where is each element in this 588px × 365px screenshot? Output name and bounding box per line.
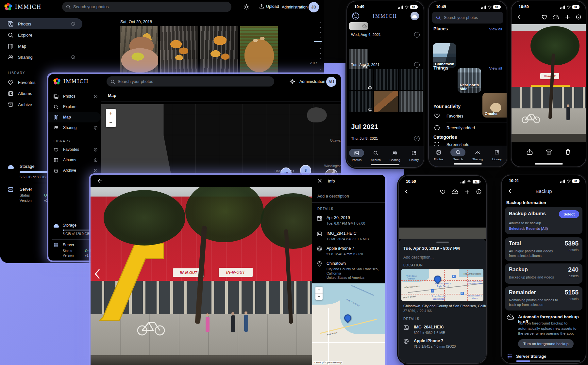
- info-icon[interactable]: [476, 189, 481, 194]
- sidebar-item-explore[interactable]: Explore: [0, 29, 82, 40]
- info-icon[interactable]: [576, 14, 581, 20]
- sidebar-item-explore[interactable]: Explore: [48, 102, 101, 112]
- zoom-in-button[interactable]: +: [106, 109, 116, 118]
- theme-toggle-icon[interactable]: [244, 4, 249, 10]
- info-icon[interactable]: [94, 95, 97, 98]
- photo-thumbnail[interactable]: [399, 91, 423, 112]
- photo-bottom-strip[interactable]: [399, 228, 486, 239]
- sidebar-item-albums[interactable]: Albums: [48, 155, 101, 165]
- sidebar-item-favorites[interactable]: Favorites: [48, 144, 101, 155]
- description-field[interactable]: Add description...: [403, 255, 434, 260]
- zoom-out-button[interactable]: −: [106, 118, 116, 127]
- upload-button[interactable]: Upload: [259, 4, 279, 9]
- detail-file-entry[interactable]: [317, 231, 322, 238]
- favorites-row[interactable]: Favorites: [429, 112, 507, 121]
- description-field[interactable]: Add a description: [317, 194, 349, 198]
- info-icon[interactable]: [71, 55, 75, 59]
- search-input[interactable]: [62, 2, 231, 12]
- photo-thumbnail[interactable]: [399, 69, 423, 90]
- back-icon[interactable]: [508, 188, 513, 194]
- location-minimap[interactable]: San Francisco Bay Street + − Leaflet | ©…: [312, 283, 385, 365]
- profile-icon[interactable]: [352, 12, 360, 20]
- upload-cloud-icon[interactable]: [553, 15, 559, 20]
- sidebar-item-map[interactable]: Map: [0, 40, 82, 52]
- photo-thumbnail[interactable]: [374, 69, 398, 90]
- favorite-icon[interactable]: [440, 189, 445, 195]
- avatar[interactable]: AU: [326, 77, 336, 87]
- turn-on-backup-button[interactable]: Turn on foreground backup: [518, 339, 574, 348]
- back-icon[interactable]: [404, 189, 409, 194]
- select-group-icon[interactable]: ✓: [414, 136, 420, 141]
- detail-location-entry[interactable]: [317, 261, 322, 268]
- add-icon[interactable]: [465, 189, 470, 194]
- upload-cloud-icon[interactable]: [452, 189, 458, 194]
- map-cluster-marker[interactable]: 8: [300, 165, 311, 176]
- search-bar[interactable]: [107, 76, 274, 87]
- photo-thumbnail[interactable]: [349, 69, 373, 90]
- sidebar-item-sharing[interactable]: Sharing: [48, 122, 101, 133]
- info-icon[interactable]: [94, 158, 97, 162]
- nav-library[interactable]: Library: [487, 146, 507, 167]
- select-button[interactable]: Select: [559, 210, 579, 218]
- app-logo[interactable]: IMMICH: [53, 77, 89, 85]
- info-icon[interactable]: [94, 148, 97, 151]
- share-icon[interactable]: [527, 149, 533, 155]
- photo-thumbnail[interactable]: [240, 26, 278, 74]
- back-icon[interactable]: [517, 14, 522, 20]
- add-icon[interactable]: [565, 15, 570, 20]
- theme-toggle-icon[interactable]: [290, 79, 295, 84]
- search-bar[interactable]: [62, 2, 231, 12]
- places-view-all[interactable]: View all: [489, 27, 502, 31]
- photo-thumbnail[interactable]: [349, 91, 373, 112]
- info-icon[interactable]: [94, 126, 97, 130]
- info-icon[interactable]: [71, 22, 75, 26]
- detail-camera-entry[interactable]: [317, 246, 322, 253]
- archive-icon[interactable]: [546, 149, 552, 155]
- nav-library[interactable]: Library: [405, 146, 424, 167]
- nav-photos[interactable]: Photos: [429, 146, 448, 167]
- search-input[interactable]: [107, 76, 274, 87]
- photo-thumbnail[interactable]: [374, 91, 398, 112]
- search-bar[interactable]: [432, 12, 503, 24]
- photo-thumbnail[interactable]: [120, 26, 158, 74]
- scrubber-position-line[interactable]: [314, 41, 322, 42]
- detail-date-entry[interactable]: [317, 215, 322, 222]
- location-map[interactable]: The Embarcadero Hyde Street Harbor Jeffe…: [401, 269, 483, 301]
- photo-thumbnail[interactable]: [160, 26, 198, 74]
- zoom-out-button[interactable]: −: [315, 293, 323, 300]
- map-city-label: Washington: [324, 164, 341, 168]
- sidebar-item-sharing[interactable]: Sharing: [0, 52, 82, 63]
- sidebar-item-map[interactable]: Map: [48, 112, 101, 122]
- select-group-icon[interactable]: ✓: [414, 62, 420, 68]
- sidebar-item-photos[interactable]: Photos: [48, 91, 101, 102]
- photo-thumbnail[interactable]: [200, 26, 238, 74]
- back-icon[interactable]: [96, 178, 102, 184]
- place-thumbnail[interactable]: Chinatown: [433, 43, 456, 68]
- sidebar-item-archive[interactable]: Archive: [48, 165, 101, 176]
- zoom-in-button[interactable]: +: [315, 287, 323, 293]
- select-group-icon[interactable]: ✓: [414, 32, 420, 38]
- delete-icon[interactable]: [565, 149, 571, 155]
- sidebar-item-photos[interactable]: Photos: [0, 18, 82, 29]
- info-icon[interactable]: [94, 169, 97, 172]
- photo-viewer-image[interactable]: IN-N-OUT IN-N-OUT: [91, 187, 312, 365]
- things-view-all[interactable]: View all: [489, 66, 502, 70]
- recently-added-row[interactable]: Recently added: [429, 123, 507, 133]
- photo-image[interactable]: IN-N-OUT: [512, 24, 586, 142]
- user-avatar[interactable]: [411, 12, 419, 20]
- bicycle: [521, 112, 541, 123]
- place-thumbnail[interactable]: Near north side: [458, 68, 481, 93]
- sheet-drag-handle[interactable]: [436, 242, 449, 243]
- timeline-scrubber[interactable]: [320, 20, 321, 78]
- avatar[interactable]: JD: [309, 2, 319, 12]
- memory-card[interactable]: [349, 22, 368, 30]
- pedestrian-head: [206, 313, 209, 316]
- favorite-icon[interactable]: [542, 14, 547, 20]
- nav-photos[interactable]: Photos: [347, 146, 366, 167]
- administration-link[interactable]: Administration: [282, 5, 308, 9]
- administration-link[interactable]: Administration: [299, 79, 325, 84]
- close-icon[interactable]: [317, 179, 322, 183]
- app-logo[interactable]: IMMICH: [4, 3, 42, 11]
- search-input[interactable]: [432, 12, 503, 24]
- previous-photo-icon[interactable]: [94, 268, 101, 279]
